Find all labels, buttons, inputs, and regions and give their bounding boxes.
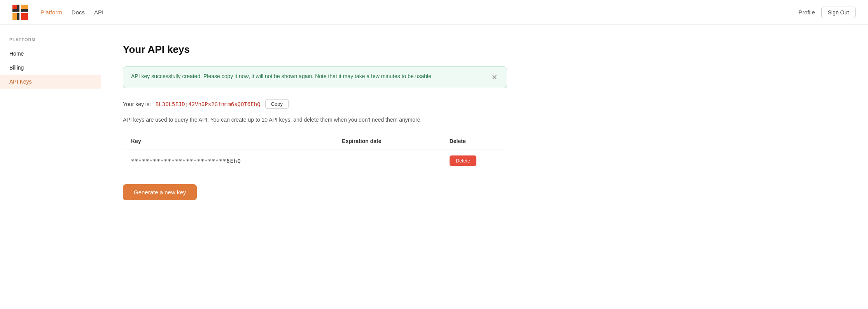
masked-key-value: **************************6EhQ <box>131 158 241 164</box>
delete-key-button[interactable]: Delete <box>450 155 477 166</box>
sidebar: PLATFORM Home Billing API Keys <box>0 25 101 309</box>
navbar-right: Profile Sign Out <box>798 7 856 18</box>
nav-docs[interactable]: Docs <box>72 9 85 16</box>
main-content: Your API keys API key successfully creat… <box>101 25 529 309</box>
page-title: Your API keys <box>123 44 507 56</box>
table-cell-key: **************************6EhQ <box>123 150 334 172</box>
profile-link[interactable]: Profile <box>798 9 815 16</box>
nav-api[interactable]: API <box>94 9 103 16</box>
generate-key-button[interactable]: Generate a new key <box>123 184 197 200</box>
success-banner: API key successfully created. Please cop… <box>123 66 507 88</box>
api-keys-table: Key Expiration date Delete *************… <box>123 132 507 172</box>
nav-platform[interactable]: Platform <box>40 9 62 16</box>
api-keys-description: API keys are used to query the API. You … <box>123 117 507 123</box>
table-cell-delete: Delete <box>442 150 507 172</box>
key-label: Your key is: <box>123 101 151 107</box>
navbar: Platform Docs API Profile Sign Out <box>0 0 868 25</box>
svg-rect-3 <box>21 13 28 20</box>
copy-button[interactable]: Copy <box>265 99 289 109</box>
logo <box>12 5 28 20</box>
svg-rect-5 <box>12 9 19 12</box>
banner-message: API key successfully created. Please cop… <box>131 73 433 79</box>
key-row: Your key is: BL3OL5IJDj42Vh0Ps2Gfnmm6sQQ… <box>123 99 507 109</box>
logo-icon <box>12 5 28 20</box>
sidebar-item-billing[interactable]: Billing <box>0 61 101 75</box>
banner-close-button[interactable]: ✕ <box>490 73 499 82</box>
svg-rect-7 <box>17 13 19 20</box>
table-header-key: Key <box>123 133 334 150</box>
key-value: BL3OL5IJDj42Vh0Ps2Gfnmm6sQQT6EhQ <box>156 101 261 107</box>
sidebar-item-home[interactable]: Home <box>0 47 101 61</box>
signout-button[interactable]: Sign Out <box>821 7 856 18</box>
table-row: **************************6EhQ Delete <box>123 150 507 172</box>
svg-rect-6 <box>21 9 28 12</box>
table-header-delete: Delete <box>442 133 507 150</box>
table-header-expiry: Expiration date <box>334 133 441 150</box>
sidebar-item-apikeys[interactable]: API Keys <box>0 75 101 89</box>
nav-links: Platform Docs API <box>40 9 103 16</box>
sidebar-section-label: PLATFORM <box>0 37 101 47</box>
page-layout: PLATFORM Home Billing API Keys Your API … <box>0 25 868 309</box>
table-cell-expiry <box>334 150 441 172</box>
